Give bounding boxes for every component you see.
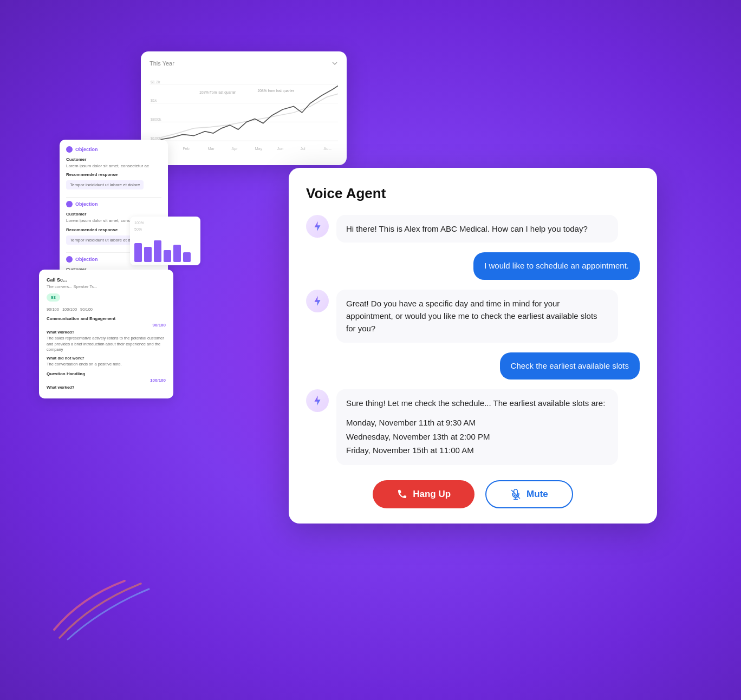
scorecard-subtitle: The convers... Speaker Ts... (47, 284, 166, 289)
divider-1 (66, 197, 161, 198)
scorecard-panel: Call Sc... The convers... Speaker Ts... … (39, 270, 173, 398)
score-badges: 93 (47, 293, 166, 302)
objection-icon-1 (66, 146, 73, 153)
objection-label-3: Objection (75, 257, 98, 262)
svg-marker-19 (315, 296, 321, 306)
svg-text:Apr: Apr (231, 146, 238, 152)
bolt-icon-3 (311, 395, 323, 407)
svg-text:Jun: Jun (277, 146, 283, 152)
message-bubble-1: Hi there! This is Alex from ABC Medical.… (336, 215, 618, 243)
hang-up-label: Hang Up (413, 489, 451, 500)
chart-panel: This Year $1.2k $1k $800k $100k Jan Feb … (141, 51, 347, 165)
section2-worked-title: What worked? (47, 385, 166, 390)
slot-2: Wednesday, November 13th at 2:00 PM (346, 430, 608, 444)
agent-avatar-2 (306, 290, 329, 312)
agent-avatar-1 (306, 215, 329, 238)
objection-icon-2 (66, 201, 73, 207)
customer-label-1: Customer (66, 157, 161, 162)
score-badge-main: 93 (47, 293, 60, 302)
score1: 90/100 (47, 307, 59, 312)
mute-icon (510, 489, 521, 500)
svg-text:Au...: Au... (323, 146, 332, 152)
bolt-icon-2 (311, 295, 323, 307)
svg-text:$1k: $1k (151, 98, 157, 103)
voice-agent-panel: Voice Agent Hi there! This is Alex from … (289, 168, 657, 524)
message-bubble-3: Sure thing! Let me check the schedule...… (336, 389, 618, 465)
user-bubble-1: I would like to schedule an appointment. (473, 252, 640, 280)
decorative-lines (49, 554, 157, 640)
not-worked-title: What did not work? (47, 356, 166, 361)
message-bubble-3-intro: Sure thing! Let me check the schedule...… (346, 398, 605, 408)
objection-icon-3 (66, 256, 73, 263)
action-buttons: Hang Up Mute (306, 480, 640, 508)
user-bubble-2: Check the earliest available slots (500, 352, 640, 380)
message-row-2: I would like to schedule an appointment. (306, 252, 640, 280)
svg-text:May: May (255, 146, 262, 152)
section2-title: Question Handling (47, 371, 166, 376)
score3: 90/100 (80, 307, 93, 312)
slot-1: Monday, November 11th at 9:30 AM (346, 416, 608, 430)
response-label-1: Recommended response (66, 172, 161, 177)
message-row-5: Sure thing! Let me check the schedule...… (306, 389, 640, 465)
mini-bar-chart: 100% 50% (130, 217, 200, 265)
panel-title: Voice Agent (306, 185, 640, 202)
svg-text:$800k: $800k (151, 117, 161, 122)
svg-text:108% from last quarter: 108% from last quarter (199, 90, 236, 95)
chart-title: This Year (150, 60, 174, 67)
message-row-3: Great! Do you have a specific day and ti… (306, 290, 640, 343)
section1-title: Communication and Engagement (47, 316, 166, 321)
scorecard-title: Call Sc... (47, 277, 166, 283)
worked-title: What worked? (47, 330, 166, 335)
message-row-1: Hi there! This is Alex from ABC Medical.… (306, 215, 640, 243)
hang-up-icon (396, 489, 407, 500)
response-chip-1: Tempor incididunt ut labore et dolore (66, 180, 144, 189)
mute-label: Mute (526, 489, 548, 500)
svg-text:$1.2k: $1.2k (151, 79, 160, 84)
svg-text:208% from last quarter: 208% from last quarter (258, 89, 295, 93)
svg-text:Mar: Mar (207, 146, 214, 152)
section2-score: 100/100 (150, 378, 166, 383)
svg-text:Feb: Feb (183, 146, 189, 152)
objection-label-1: Objection (75, 147, 98, 152)
svg-marker-18 (315, 221, 321, 231)
message-row-4: Check the earliest available slots (306, 352, 640, 380)
score2: 100/100 (62, 307, 77, 312)
chart-area: $1.2k $1k $800k $100k Jan Feb Mar Apr Ma… (150, 72, 338, 153)
bolt-icon-1 (311, 220, 323, 232)
customer-text-1: Lorem ipsum dolor sit amet, consectetur … (66, 163, 161, 169)
message-bubble-2: Great! Do you have a specific day and ti… (336, 290, 618, 343)
slots-container: Monday, November 11th at 9:30 AM Wednesd… (346, 416, 608, 457)
agent-avatar-3 (306, 389, 329, 412)
section1-score: 90/100 (153, 323, 166, 328)
mute-button[interactable]: Mute (485, 480, 573, 508)
svg-text:Jul: Jul (300, 146, 305, 152)
worked-text: The sales representative actively listen… (47, 336, 166, 353)
messages: Hi there! This is Alex from ABC Medical.… (306, 215, 640, 465)
slot-3: Friday, November 15th at 11:00 AM (346, 443, 608, 457)
objection-label-2: Objection (75, 201, 98, 207)
not-worked-text: The conversation ends on a positive note… (47, 362, 166, 368)
svg-marker-20 (315, 396, 321, 405)
chevron-down-icon (332, 60, 338, 67)
hang-up-button[interactable]: Hang Up (373, 480, 474, 508)
